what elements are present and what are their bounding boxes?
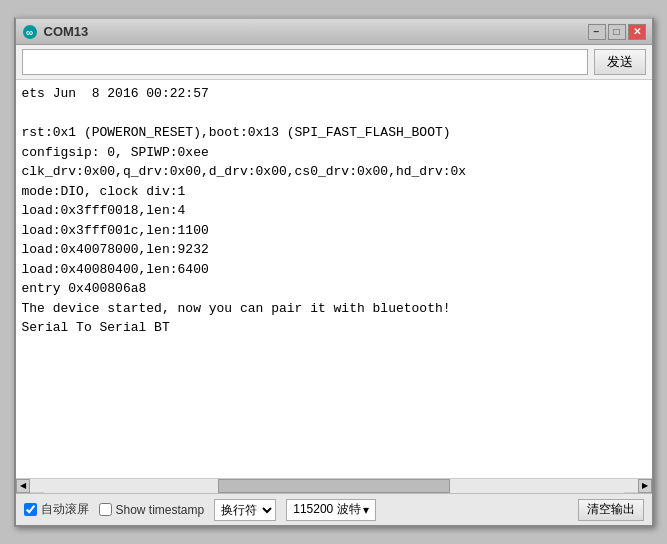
timestamp-checkbox[interactable]: [99, 503, 112, 516]
auto-scroll-checkbox[interactable]: [24, 503, 37, 516]
timestamp-group: Show timestamp: [99, 503, 205, 517]
window-title: COM13: [44, 24, 89, 39]
scroll-left-button[interactable]: ◀: [16, 479, 30, 493]
status-bar: 自动滚屏 Show timestamp 换行符 115200 波特 ▾ 清空输出: [16, 493, 652, 525]
auto-scroll-label[interactable]: 自动滚屏: [41, 501, 89, 518]
console-text: ets Jun 8 2016 00:22:57 rst:0x1 (POWERON…: [22, 84, 646, 338]
auto-scroll-group: 自动滚屏: [24, 501, 89, 518]
baud-rate-display: 115200 波特 ▾: [286, 499, 375, 521]
scroll-right-button[interactable]: ▶: [638, 479, 652, 493]
svg-text:∞: ∞: [26, 27, 33, 38]
title-left: ∞ COM13: [22, 24, 89, 40]
scrollbar-track[interactable]: [44, 479, 624, 493]
send-button[interactable]: 发送: [594, 49, 646, 75]
scrollbar-thumb[interactable]: [218, 479, 450, 493]
title-bar: ∞ COM13 − □ ✕: [16, 19, 652, 45]
arduino-icon: ∞: [22, 24, 38, 40]
baud-rate-text: 115200 波特: [293, 501, 360, 518]
main-window: ∞ COM13 − □ ✕ 发送 ets Jun 8 2016 00:22:57…: [14, 17, 654, 527]
toolbar: 发送: [16, 45, 652, 80]
timestamp-label[interactable]: Show timestamp: [116, 503, 205, 517]
title-controls: − □ ✕: [588, 24, 646, 40]
horizontal-scrollbar[interactable]: ◀ ▶: [16, 479, 652, 493]
minimize-button[interactable]: −: [588, 24, 606, 40]
close-button[interactable]: ✕: [628, 24, 646, 40]
maximize-button[interactable]: □: [608, 24, 626, 40]
line-ending-dropdown[interactable]: 换行符: [214, 499, 276, 521]
dropdown-arrow-icon: ▾: [363, 503, 369, 517]
serial-input[interactable]: [22, 49, 588, 75]
console-output: ets Jun 8 2016 00:22:57 rst:0x1 (POWERON…: [16, 80, 652, 479]
clear-button[interactable]: 清空输出: [578, 499, 644, 521]
